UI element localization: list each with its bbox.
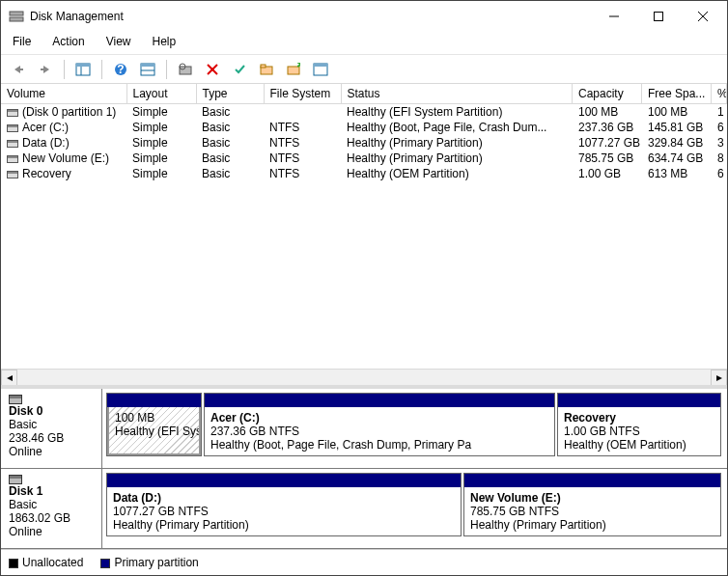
partition-stripe — [107, 394, 201, 407]
table-row[interactable]: Data (D:) SimpleBasicNTFS Healthy (Prima… — [1, 135, 727, 151]
window-title: Disk Management — [30, 10, 592, 23]
partition[interactable]: New Volume (E:) 785.75 GB NTFS Healthy (… — [463, 473, 721, 536]
partition[interactable]: Acer (C:) 237.36 GB NTFS Healthy (Boot, … — [204, 393, 555, 456]
table-row[interactable]: (Disk 0 partition 1) SimpleBasic Healthy… — [1, 104, 727, 120]
column-headers[interactable]: Volume Layout Type File System Status Ca… — [1, 84, 727, 104]
toolbar-separator — [64, 60, 65, 79]
settings-button[interactable] — [136, 59, 159, 80]
col-volume[interactable]: Volume — [1, 84, 126, 104]
new-folder-button[interactable]: ✱ — [282, 59, 305, 80]
disk-icon — [9, 475, 22, 484]
menu-file[interactable]: File — [9, 33, 35, 50]
svg-rect-7 — [41, 69, 43, 70]
scroll-right-icon[interactable]: ▸ — [711, 370, 727, 386]
svg-rect-9 — [76, 64, 90, 67]
app-icon — [9, 9, 24, 24]
col-filesystem[interactable]: File System — [264, 84, 341, 104]
partition-stripe — [107, 474, 461, 487]
col-layout[interactable]: Layout — [126, 84, 196, 104]
volume-icon — [7, 124, 18, 132]
volume-icon — [7, 155, 18, 163]
disk-label[interactable]: Disk 1 Basic1863.02 GBOnline — [1, 469, 102, 548]
disk-row: Disk 0 Basic238.46 GBOnline 100 MB Healt… — [1, 389, 727, 469]
svg-rect-21 — [261, 65, 266, 68]
volume-icon — [7, 171, 18, 178]
partition-stripe — [205, 394, 554, 407]
horizontal-scrollbar[interactable]: ◂ ▸ — [1, 369, 727, 385]
list-view-button[interactable] — [309, 59, 332, 80]
col-free[interactable]: Free Spa... — [642, 84, 712, 104]
menu-action[interactable]: Action — [48, 33, 88, 50]
col-type[interactable]: Type — [196, 84, 264, 104]
partition-stripe — [464, 474, 720, 487]
svg-text:✱: ✱ — [296, 63, 300, 71]
minimize-button[interactable] — [592, 2, 636, 31]
volume-icon — [7, 140, 18, 148]
toolbar-separator — [101, 60, 102, 79]
toolbar: ? ✱ — [1, 55, 727, 84]
partitions: 100 MB Healthy (EFI System Partition) Ac… — [102, 389, 727, 468]
menu-help[interactable]: Help — [149, 33, 181, 50]
delete-button[interactable] — [201, 59, 224, 80]
table-row[interactable]: New Volume (E:) SimpleBasicNTFS Healthy … — [1, 151, 727, 166]
volume-rows[interactable]: (Disk 0 partition 1) SimpleBasic Healthy… — [1, 104, 727, 369]
maximize-button[interactable] — [636, 2, 681, 31]
svg-rect-25 — [314, 64, 327, 67]
svg-rect-1 — [10, 17, 23, 21]
check-button[interactable] — [228, 59, 251, 80]
help-button[interactable]: ? — [109, 59, 132, 80]
forward-button[interactable] — [34, 59, 57, 80]
disk-label[interactable]: Disk 0 Basic238.46 GBOnline — [1, 389, 102, 468]
legend-primary: Primary partition — [100, 556, 198, 569]
svg-rect-14 — [141, 64, 154, 67]
volume-list: Volume Layout Type File System Status Ca… — [1, 84, 727, 385]
titlebar[interactable]: Disk Management — [1, 1, 727, 31]
swatch-blue-icon — [100, 559, 110, 568]
partition[interactable]: Recovery 1.00 GB NTFS Healthy (OEM Parti… — [557, 393, 721, 456]
swatch-black-icon — [9, 559, 18, 568]
disk-graphical-view: Disk 0 Basic238.46 GBOnline 100 MB Healt… — [1, 385, 727, 549]
disk-row: Disk 1 Basic1863.02 GBOnline Data (D:) 1… — [1, 469, 727, 549]
disk-icon — [9, 395, 22, 404]
volume-icon — [7, 109, 18, 117]
scroll-left-icon[interactable]: ◂ — [1, 370, 17, 386]
folder-button[interactable] — [255, 59, 278, 80]
table-row[interactable]: Recovery SimpleBasicNTFS Healthy (OEM Pa… — [1, 166, 727, 181]
show-hide-button[interactable] — [71, 59, 95, 80]
partitions: Data (D:) 1077.27 GB NTFS Healthy (Prima… — [102, 469, 727, 548]
legend-unallocated: Unallocated — [9, 556, 83, 569]
legend: Unallocated Primary partition — [1, 549, 727, 575]
col-status[interactable]: Status — [341, 84, 573, 104]
menu-view[interactable]: View — [102, 33, 135, 50]
menubar: File Action View Help — [1, 31, 727, 55]
window: Disk Management File Action View Help ? … — [0, 0, 728, 576]
explore-button[interactable] — [174, 59, 197, 80]
close-button[interactable] — [681, 2, 725, 31]
svg-rect-0 — [10, 12, 23, 15]
svg-text:?: ? — [117, 63, 124, 76]
svg-rect-3 — [655, 12, 663, 20]
partition[interactable]: 100 MB Healthy (EFI System Partition) — [106, 393, 202, 456]
back-button[interactable] — [7, 59, 30, 80]
partition-stripe — [558, 394, 720, 407]
toolbar-separator — [166, 60, 167, 79]
table-row[interactable]: Acer (C:) SimpleBasicNTFS Healthy (Boot,… — [1, 120, 727, 135]
col-pct[interactable]: % — [712, 84, 727, 104]
col-capacity[interactable]: Capacity — [573, 84, 642, 104]
svg-rect-6 — [20, 69, 23, 70]
partition[interactable]: Data (D:) 1077.27 GB NTFS Healthy (Prima… — [106, 473, 462, 536]
